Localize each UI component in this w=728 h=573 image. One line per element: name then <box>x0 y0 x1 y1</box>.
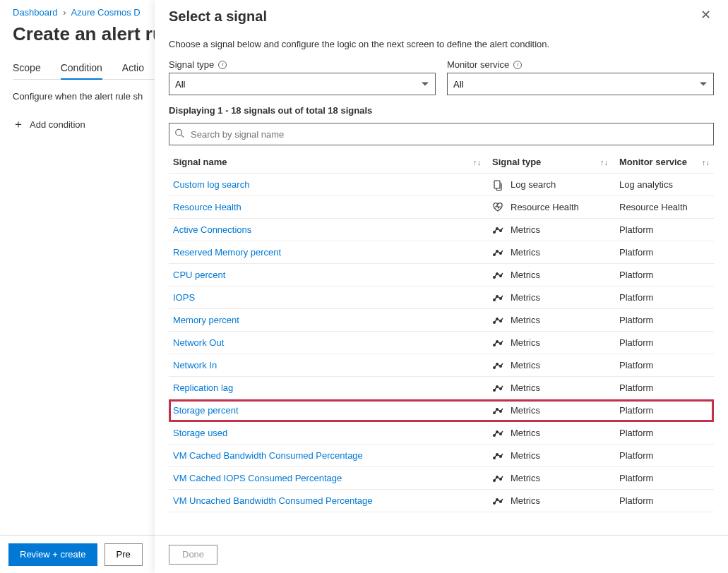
signal-type-text: Metrics <box>511 270 540 280</box>
signal-name-link[interactable]: VM Cached IOPS Consumed Percentage <box>173 473 342 483</box>
signal-name-link[interactable]: Custom log search <box>173 179 249 190</box>
metric-icon <box>492 450 503 462</box>
column-signal-name[interactable]: Signal name↑↓ <box>173 157 492 167</box>
table-row[interactable]: Replication lagMetricsPlatform <box>169 377 714 399</box>
tab-actions[interactable]: Actio <box>122 58 144 79</box>
column-monitor-service[interactable]: Monitor service↑↓ <box>619 157 710 167</box>
signal-type-label: Signal type i <box>169 59 436 70</box>
close-icon[interactable]: ✕ <box>698 6 714 24</box>
monitor-service-text: Resource Health <box>619 202 710 212</box>
svg-point-0 <box>176 129 182 135</box>
signal-name-link[interactable]: Network Out <box>173 337 224 348</box>
tab-condition[interactable]: Condition <box>61 58 102 79</box>
monitor-service-text: Platform <box>619 495 710 506</box>
monitor-service-text: Platform <box>619 292 710 303</box>
metric-icon <box>492 292 503 303</box>
sort-icon: ↑↓ <box>600 158 608 167</box>
table-row[interactable]: Network InMetricsPlatform <box>169 354 714 377</box>
metric-icon <box>492 382 503 394</box>
table-row[interactable]: Memory percentMetricsPlatform <box>169 309 714 332</box>
signal-name-link[interactable]: Resource Health <box>173 202 241 212</box>
svg-line-1 <box>181 135 184 138</box>
search-input[interactable] <box>169 123 714 145</box>
signal-type-text: Metrics <box>511 337 540 348</box>
signal-type-text: Metrics <box>511 473 540 483</box>
signal-name-link[interactable]: IOPS <box>173 292 195 303</box>
sort-icon: ↑↓ <box>473 158 481 167</box>
signal-name-link[interactable]: Network In <box>173 360 217 370</box>
previous-button[interactable]: Pre <box>105 543 143 566</box>
table-row[interactable]: VM Cached IOPS Consumed PercentageMetric… <box>169 467 714 490</box>
table-row[interactable]: Storage percentMetricsPlatform <box>169 399 714 422</box>
breadcrumb-item[interactable]: Dashboard <box>13 7 58 18</box>
monitor-service-text: Platform <box>619 450 710 461</box>
plus-icon: ＋ <box>13 119 24 130</box>
breadcrumb-item[interactable]: Azure Cosmos D <box>71 7 140 18</box>
signal-type-text: Metrics <box>511 360 540 370</box>
heart-icon <box>492 202 503 213</box>
metric-icon <box>492 473 503 484</box>
signal-type-text: Metrics <box>511 382 540 393</box>
select-signal-panel: Select a signal ✕ Choose a signal below … <box>155 0 728 573</box>
signal-type-select[interactable]: All <box>169 73 436 95</box>
monitor-service-text: Log analytics <box>619 179 710 190</box>
signal-name-link[interactable]: Storage percent <box>173 405 239 416</box>
monitor-service-text: Platform <box>619 382 710 393</box>
signal-name-link[interactable]: Active Connections <box>173 224 251 235</box>
sort-icon: ↑↓ <box>702 158 710 167</box>
table-header: Signal name↑↓ Signal type↑↓ Monitor serv… <box>169 151 714 174</box>
monitor-service-text: Platform <box>619 247 710 258</box>
signal-name-link[interactable]: Memory percent <box>173 315 239 325</box>
metric-icon <box>492 270 503 281</box>
table-row[interactable]: VM Uncached Bandwidth Consumed Percentag… <box>169 490 714 512</box>
tab-scope[interactable]: Scope <box>13 58 41 79</box>
signal-type-text: Metrics <box>511 450 540 461</box>
metric-icon <box>492 405 503 416</box>
svg-rect-2 <box>494 181 500 188</box>
monitor-service-text: Platform <box>619 405 710 416</box>
monitor-service-text: Platform <box>619 428 710 438</box>
table-row[interactable]: Resource HealthResource HealthResource H… <box>169 196 714 219</box>
table-row[interactable]: Reserved Memory percentMetricsPlatform <box>169 241 714 264</box>
signal-type-text: Metrics <box>511 247 540 258</box>
info-icon[interactable]: i <box>218 61 227 69</box>
done-button[interactable]: Done <box>169 545 217 565</box>
monitor-service-text: Platform <box>619 315 710 325</box>
table-row[interactable]: CPU percentMetricsPlatform <box>169 264 714 286</box>
metric-icon <box>492 360 503 371</box>
monitor-service-text: Platform <box>619 224 710 235</box>
info-icon[interactable]: i <box>513 61 522 69</box>
signal-name-link[interactable]: Reserved Memory percent <box>173 247 281 258</box>
metric-icon <box>492 428 503 439</box>
signal-name-link[interactable]: CPU percent <box>173 270 225 280</box>
results-count: Displaying 1 - 18 signals out of total 1… <box>169 105 714 116</box>
monitor-service-text: Platform <box>619 473 710 483</box>
table-row[interactable]: Network OutMetricsPlatform <box>169 332 714 354</box>
monitor-service-label: Monitor service i <box>447 59 714 70</box>
signal-name-link[interactable]: VM Cached Bandwidth Consumed Percentage <box>173 450 363 461</box>
search-icon <box>174 128 184 140</box>
signal-name-link[interactable]: VM Uncached Bandwidth Consumed Percentag… <box>173 495 373 506</box>
signal-type-text: Metrics <box>511 428 540 438</box>
signal-name-link[interactable]: Replication lag <box>173 382 233 393</box>
metric-icon <box>492 495 503 507</box>
table-row[interactable]: IOPSMetricsPlatform <box>169 286 714 309</box>
signal-name-link[interactable]: Storage used <box>173 428 227 438</box>
table-row[interactable]: Storage usedMetricsPlatform <box>169 422 714 445</box>
monitor-service-select[interactable]: All <box>447 73 714 95</box>
table-row[interactable]: Custom log searchLog searchLog analytics <box>169 174 714 196</box>
panel-title: Select a signal <box>169 8 267 25</box>
signal-type-text: Resource Health <box>511 202 579 212</box>
panel-footer: Done <box>155 535 728 573</box>
signal-type-text: Metrics <box>511 405 540 416</box>
add-condition-label: Add condition <box>30 119 85 130</box>
monitor-service-text: Platform <box>619 270 710 280</box>
table-row[interactable]: Active ConnectionsMetricsPlatform <box>169 219 714 241</box>
monitor-service-text: Platform <box>619 360 710 370</box>
log-icon <box>492 179 503 191</box>
column-signal-type[interactable]: Signal type↑↓ <box>492 157 619 167</box>
table-row[interactable]: VM Cached Bandwidth Consumed PercentageM… <box>169 445 714 467</box>
panel-description: Choose a signal below and configure the … <box>169 39 714 49</box>
signal-type-text: Metrics <box>511 495 540 506</box>
review-create-button[interactable]: Review + create <box>8 543 97 566</box>
